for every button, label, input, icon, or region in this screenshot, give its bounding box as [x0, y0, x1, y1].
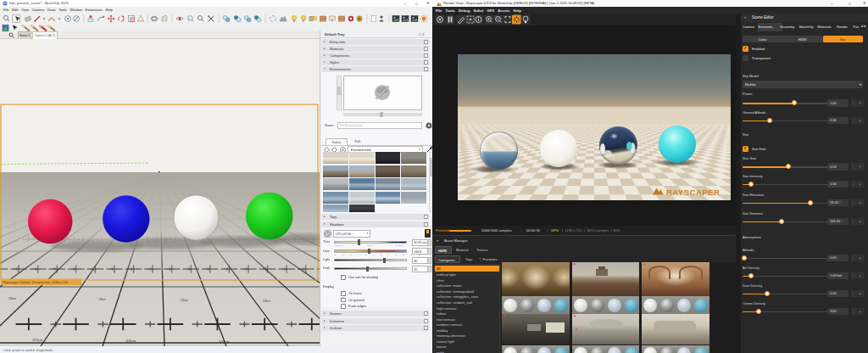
svg-text:100cm: 100cm	[181, 299, 189, 302]
svg-text:100cm: 100cm	[219, 339, 230, 344]
svg-text:100cm: 100cm	[263, 300, 271, 303]
svg-text:Rayscaper Camera: Perspective: Rayscaper Camera: Perspective | 1280 x 7…	[3, 281, 69, 284]
svg-text:123: 123	[40, 25, 45, 29]
svg-text:+: +	[189, 17, 191, 20]
svg-text:100cm: 100cm	[8, 297, 17, 300]
svg-text:100cm: 100cm	[32, 338, 43, 342]
svg-text:100cm: 100cm	[125, 339, 136, 343]
svg-text:100cm: 100cm	[98, 298, 107, 301]
svg-text:RAYSCAPER: RAYSCAPER	[666, 188, 720, 197]
